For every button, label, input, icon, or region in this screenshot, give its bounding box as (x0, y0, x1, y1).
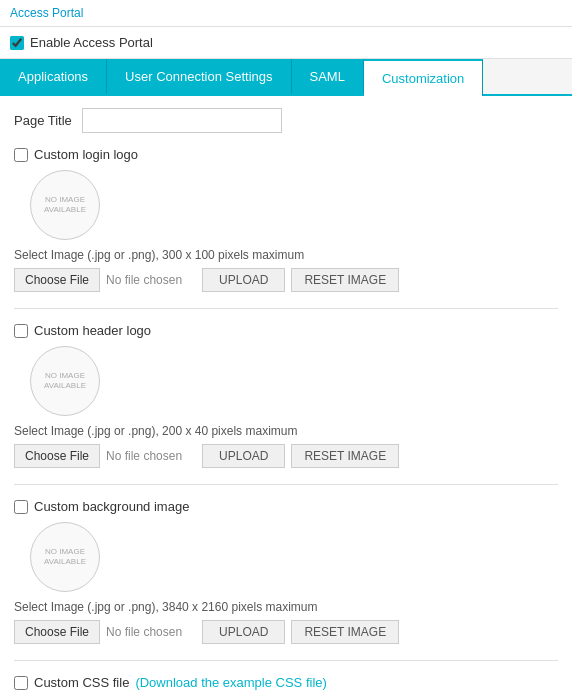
breadcrumb: Access Portal (0, 0, 572, 27)
tab-saml[interactable]: SAML (292, 59, 364, 94)
enable-access-portal-label: Enable Access Portal (30, 35, 153, 50)
header-logo-placeholder: NO IMAGEAVAILABLE (30, 346, 100, 416)
custom-background-image-header: Custom background image (14, 499, 558, 514)
custom-login-logo-checkbox[interactable] (14, 148, 28, 162)
breadcrumb-text: Access Portal (10, 6, 83, 20)
login-logo-file-row: Choose File No file chosen UPLOAD RESET … (14, 268, 558, 292)
login-logo-no-image-text: NO IMAGEAVAILABLE (44, 195, 86, 216)
header-logo-select-text: Select Image (.jpg or .png), 200 x 40 pi… (14, 424, 558, 438)
custom-css-header: Custom CSS file (Download the example CS… (14, 675, 558, 690)
header-logo-no-file: No file chosen (106, 449, 196, 463)
custom-css-label: Custom CSS file (34, 675, 129, 690)
login-logo-no-file: No file chosen (106, 273, 196, 287)
divider-3 (14, 660, 558, 661)
tabs: Applications User Connection Settings SA… (0, 59, 572, 96)
enable-row: Enable Access Portal (0, 27, 572, 59)
divider-1 (14, 308, 558, 309)
custom-header-logo-checkbox[interactable] (14, 324, 28, 338)
tab-user-connection-settings[interactable]: User Connection Settings (107, 59, 291, 94)
css-download-link[interactable]: (Download the example CSS file) (135, 675, 326, 690)
page-title-input[interactable] (82, 108, 282, 133)
section-custom-header-logo: Custom header logo NO IMAGEAVAILABLE Sel… (14, 323, 558, 468)
header-logo-upload-btn[interactable]: UPLOAD (202, 444, 285, 468)
custom-css-checkbox[interactable] (14, 676, 28, 690)
page-title-row: Page Title (14, 108, 558, 133)
section-custom-background-image: Custom background image NO IMAGEAVAILABL… (14, 499, 558, 644)
main-content: Page Title Custom login logo NO IMAGEAVA… (0, 96, 572, 692)
custom-login-logo-label: Custom login logo (34, 147, 138, 162)
login-logo-choose-btn[interactable]: Choose File (14, 268, 100, 292)
page-title-label: Page Title (14, 113, 72, 128)
header-logo-file-row: Choose File No file chosen UPLOAD RESET … (14, 444, 558, 468)
login-logo-placeholder: NO IMAGEAVAILABLE (30, 170, 100, 240)
login-logo-select-text: Select Image (.jpg or .png), 300 x 100 p… (14, 248, 558, 262)
login-logo-reset-btn[interactable]: RESET IMAGE (291, 268, 399, 292)
enable-access-portal-checkbox[interactable] (10, 36, 24, 50)
custom-background-image-checkbox[interactable] (14, 500, 28, 514)
section-custom-css-file: Custom CSS file (Download the example CS… (14, 675, 558, 692)
tab-customization[interactable]: Customization (364, 59, 483, 96)
divider-2 (14, 484, 558, 485)
header-logo-reset-btn[interactable]: RESET IMAGE (291, 444, 399, 468)
custom-header-logo-label: Custom header logo (34, 323, 151, 338)
custom-login-logo-header: Custom login logo (14, 147, 558, 162)
header-logo-choose-btn[interactable]: Choose File (14, 444, 100, 468)
tab-applications[interactable]: Applications (0, 59, 107, 94)
background-image-no-file: No file chosen (106, 625, 196, 639)
background-image-choose-btn[interactable]: Choose File (14, 620, 100, 644)
login-logo-upload-btn[interactable]: UPLOAD (202, 268, 285, 292)
background-image-placeholder: NO IMAGEAVAILABLE (30, 522, 100, 592)
custom-background-image-label: Custom background image (34, 499, 189, 514)
custom-header-logo-header: Custom header logo (14, 323, 558, 338)
background-image-reset-btn[interactable]: RESET IMAGE (291, 620, 399, 644)
section-custom-login-logo: Custom login logo NO IMAGEAVAILABLE Sele… (14, 147, 558, 292)
background-image-no-image-text: NO IMAGEAVAILABLE (44, 547, 86, 568)
background-image-file-row: Choose File No file chosen UPLOAD RESET … (14, 620, 558, 644)
background-image-upload-btn[interactable]: UPLOAD (202, 620, 285, 644)
header-logo-no-image-text: NO IMAGEAVAILABLE (44, 371, 86, 392)
background-image-select-text: Select Image (.jpg or .png), 3840 x 2160… (14, 600, 558, 614)
